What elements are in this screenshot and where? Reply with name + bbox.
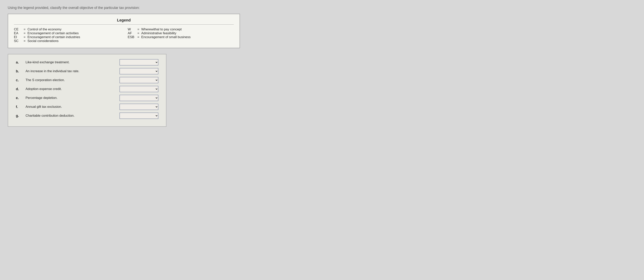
question-select-c[interactable]: CEEAEISCWAFESB: [120, 77, 158, 83]
legend-desc: Administrative feasibility: [141, 31, 176, 35]
question-text: Charitable contribution deduction.: [26, 114, 116, 118]
question-text: Annual gift tax exclusion.: [26, 105, 116, 109]
question-row: a.Like-kind exchange treatment.CEEAEISCW…: [16, 59, 158, 66]
legend-eq: =: [138, 35, 139, 39]
legend-item: EA = Encouragement of certain activities: [14, 31, 120, 35]
legend-code: AF: [128, 31, 136, 35]
question-label: c.: [16, 78, 26, 82]
question-text: Percentage depletion.: [26, 96, 116, 100]
question-label: a.: [16, 60, 26, 64]
legend-desc: Control of the economy: [28, 28, 62, 31]
legend-item: SC = Social considerations: [14, 39, 120, 43]
legend-eq: =: [24, 39, 26, 43]
legend-code: EI: [14, 35, 22, 39]
question-select-g[interactable]: CEEAEISCWAFESB: [120, 112, 158, 119]
question-row: g.Charitable contribution deduction.CEEA…: [16, 112, 158, 119]
legend-desc: Social considerations: [28, 39, 59, 43]
question-label: d.: [16, 87, 26, 91]
legend-box: Legend CE = Control of the economy EA = …: [8, 14, 240, 48]
question-text: Like-kind exchange treatment.: [26, 60, 116, 64]
question-text: An increase in the individual tax rate.: [26, 69, 116, 73]
legend-eq: =: [24, 35, 26, 39]
legend-code: ESB: [128, 35, 136, 39]
legend-grid: CE = Control of the economy EA = Encoura…: [14, 28, 234, 43]
instruction-text: Using the legend provided, classify the …: [8, 6, 636, 10]
question-row: f.Annual gift tax exclusion.CEEAEISCWAFE…: [16, 104, 158, 110]
legend-item: ESB = Encouragement of small business: [128, 35, 234, 39]
question-row: d.Adoption expense credit.CEEAEISCWAFESB: [16, 86, 158, 92]
legend-item: EI = Encouragement of certain industries: [14, 35, 120, 39]
question-label: g.: [16, 114, 26, 118]
question-row: e.Percentage depletion.CEEAEISCWAFESB: [16, 95, 158, 101]
legend-code: EA: [14, 31, 22, 35]
question-row: b.An increase in the individual tax rate…: [16, 68, 158, 74]
question-select-e[interactable]: CEEAEISCWAFESB: [120, 95, 158, 101]
legend-right-column: W = Wherewithal to pay concept AF = Admi…: [128, 28, 234, 43]
legend-eq: =: [138, 28, 139, 31]
legend-title: Legend: [14, 18, 234, 24]
legend-left-column: CE = Control of the economy EA = Encoura…: [14, 28, 120, 43]
legend-desc: Encouragement of certain activities: [28, 31, 79, 35]
legend-item: AF = Administrative feasibility: [128, 31, 234, 35]
question-select-a[interactable]: CEEAEISCWAFESB: [120, 59, 158, 66]
question-select-d[interactable]: CEEAEISCWAFESB: [120, 86, 158, 92]
question-row: c.The S corporation election.CEEAEISCWAF…: [16, 77, 158, 83]
legend-eq: =: [24, 28, 26, 31]
legend-item: W = Wherewithal to pay concept: [128, 28, 234, 31]
question-select-f[interactable]: CEEAEISCWAFESB: [120, 104, 158, 110]
legend-desc: Encouragement of small business: [141, 35, 190, 39]
question-select-b[interactable]: CEEAEISCWAFESB: [120, 68, 158, 74]
legend-code: CE: [14, 28, 22, 31]
question-label: e.: [16, 96, 26, 100]
legend-desc: Wherewithal to pay concept: [141, 28, 182, 31]
legend-desc: Encouragement of certain industries: [28, 35, 80, 39]
question-label: f.: [16, 105, 26, 109]
question-text: The S corporation election.: [26, 78, 116, 82]
question-text: Adoption expense credit.: [26, 87, 116, 91]
questions-box: a.Like-kind exchange treatment.CEEAEISCW…: [8, 54, 166, 127]
legend-item: CE = Control of the economy: [14, 28, 120, 31]
legend-eq: =: [138, 31, 139, 35]
legend-code: SC: [14, 39, 22, 43]
legend-code: W: [128, 28, 136, 31]
question-label: b.: [16, 69, 26, 73]
legend-eq: =: [24, 31, 26, 35]
